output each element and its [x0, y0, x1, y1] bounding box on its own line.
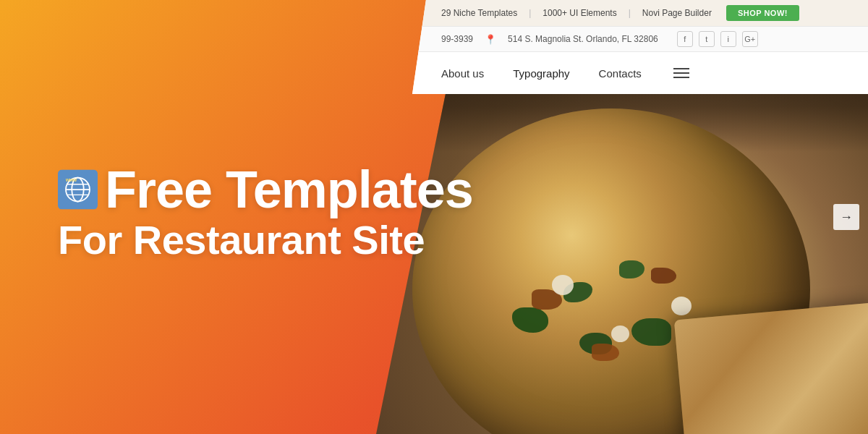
topping-white-2 [611, 326, 629, 342]
shop-now-button[interactable]: SHOP NOW! [726, 5, 799, 21]
svg-text:www: www [65, 177, 77, 182]
page-builder-text: Novi Page Builder [642, 8, 712, 18]
separator-2: | [629, 8, 631, 18]
googleplus-icon[interactable]: G+ [742, 31, 758, 47]
ui-elements-text: 1000+ UI Elements [542, 8, 616, 18]
address-text: 514 S. Magnolia St. Orlando, FL 32806 [508, 34, 658, 44]
social-icons-group: f t i G+ [677, 31, 758, 47]
hero-title-line2: For Restaurant Site [58, 216, 425, 262]
hamburger-line-2 [673, 72, 689, 74]
title-line-1-row: www Free Templates [58, 163, 473, 218]
topping-white-1 [552, 275, 574, 295]
nav-bar: About us Typography Contacts [412, 52, 868, 94]
next-arrow-button[interactable]: → [833, 204, 859, 230]
title-line-2-row: For Restaurant Site [58, 217, 473, 262]
twitter-icon[interactable]: t [699, 31, 715, 47]
topping-white-3 [671, 297, 692, 315]
hamburger-line-3 [673, 77, 689, 78]
topping-green-5 [631, 318, 671, 346]
topping-green-4 [619, 260, 644, 278]
hamburger-menu[interactable] [671, 65, 692, 81]
topping-green-1 [512, 307, 548, 333]
hamburger-line-1 [673, 68, 689, 69]
location-pin-icon: 📍 [485, 34, 496, 45]
separator-1: | [529, 8, 531, 18]
hero-content: www Free Templates For Restaurant Site [58, 163, 473, 262]
nav-contacts[interactable]: Contacts [599, 67, 642, 80]
hero-title-line1: Free Templates [105, 163, 473, 218]
globe-icon: www [58, 170, 98, 210]
instagram-icon[interactable]: i [720, 31, 736, 47]
phone-number: 99-3939 [441, 34, 473, 44]
browser-chrome: 29 Niche Templates | 1000+ UI Elements |… [412, 0, 868, 94]
niche-templates-text: 29 Niche Templates [441, 8, 517, 18]
nav-typography[interactable]: Typography [513, 67, 569, 80]
topping-brown-3 [651, 268, 676, 284]
address-bar: 99-3939 📍 514 S. Magnolia St. Orlando, F… [412, 26, 868, 52]
promo-bar: 29 Niche Templates | 1000+ UI Elements |… [412, 0, 868, 26]
wooden-board [674, 302, 868, 434]
facebook-icon[interactable]: f [677, 31, 693, 47]
topping-brown-2 [592, 344, 619, 361]
nav-about-us[interactable]: About us [441, 67, 484, 80]
main-wrapper: 29 Niche Templates | 1000+ UI Elements |… [0, 0, 868, 434]
